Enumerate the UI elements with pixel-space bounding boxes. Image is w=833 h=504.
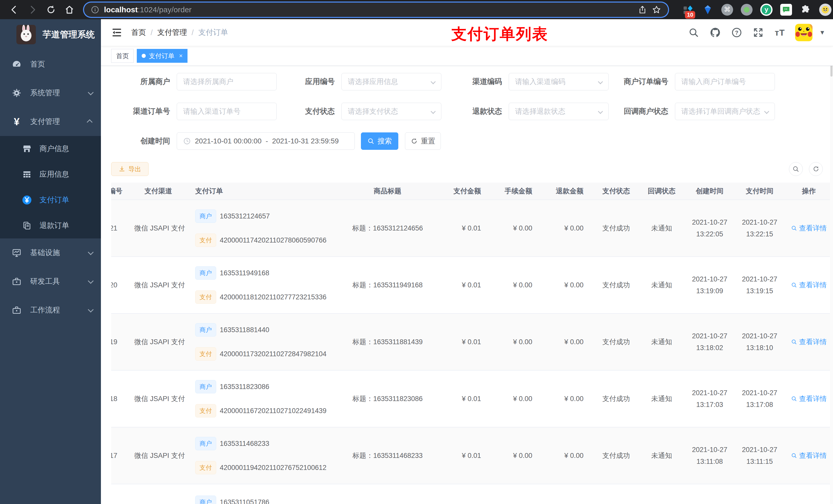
forward-icon[interactable] (25, 2, 41, 18)
reset-button[interactable]: 重置 (405, 133, 441, 150)
share-icon[interactable] (638, 5, 647, 14)
dashboard-icon (11, 59, 23, 69)
breadcrumb-home[interactable]: 首页 (131, 27, 146, 38)
fee-amount: ¥ 0.00 (491, 370, 543, 427)
search-icon[interactable] (688, 26, 700, 39)
refresh-table-button[interactable] (809, 162, 823, 176)
briefcase-icon (11, 305, 23, 315)
sidebar-item-app-info[interactable]: 应用信息 (0, 162, 101, 187)
view-detail-link[interactable]: 查看详情 (791, 337, 827, 346)
fee-amount: ¥ 0.00 (491, 257, 543, 313)
merchant-tag: 商户 (195, 266, 216, 280)
tab-pay-order[interactable]: 支付订单 × (137, 49, 188, 63)
home-icon[interactable] (62, 2, 77, 18)
pay-tag: 支付 (195, 347, 216, 361)
pay-tag: 支付 (195, 461, 216, 474)
help-icon[interactable]: ? (731, 26, 743, 39)
chevron-down-icon (88, 249, 94, 255)
search-button[interactable]: 搜索 (361, 133, 398, 150)
filter-row-3: 创建时间 2021-10-01 00:00:00 - 2021-10-31 23… (111, 133, 833, 150)
refund-status-select[interactable]: 请选择退款状态 (509, 103, 609, 120)
merchant-order-no-label: 商户订单编号 (609, 77, 668, 87)
app-logo[interactable]: 芋道管理系统 (0, 19, 101, 50)
site-info-icon[interactable] (91, 5, 99, 14)
magnifier-icon (791, 282, 797, 288)
github-icon[interactable] (709, 26, 721, 39)
profile-avatar-icon[interactable] (819, 4, 831, 16)
reload-icon[interactable] (43, 2, 59, 18)
y-extension-icon[interactable]: y (760, 4, 772, 16)
puzzle-extensions-icon[interactable] (800, 4, 811, 16)
bookmark-star-icon[interactable] (652, 5, 661, 15)
table-row: 18 微信 JSAPI 支付 商户1635311823086 支付4200001… (111, 370, 833, 427)
search-icon (367, 138, 375, 145)
merchant-order-no-input[interactable] (675, 73, 775, 90)
user-avatar[interactable] (795, 24, 812, 41)
merchant-order-no: 1635311881440 (220, 326, 269, 334)
merchant-input[interactable] (177, 73, 277, 90)
refund-amount: ¥ 0.00 (543, 200, 594, 257)
app-no-select[interactable]: 请选择应用信息 (341, 73, 441, 90)
sidebar-item-system[interactable]: 系统管理 (0, 79, 101, 107)
view-detail-link[interactable]: 查看详情 (791, 451, 827, 460)
extension-pinned-icon[interactable]: 10 (682, 4, 694, 16)
sidebar-item-merchant-info[interactable]: 商户信息 (0, 136, 101, 162)
chat-extension-icon[interactable] (780, 4, 792, 16)
chevron-down-icon (598, 109, 603, 114)
sketch-extension-icon[interactable] (702, 4, 714, 16)
magnifier-icon (791, 339, 797, 345)
caret-down-icon[interactable]: ▼ (819, 29, 825, 36)
refresh-icon (411, 138, 418, 145)
fullscreen-icon[interactable] (752, 26, 764, 39)
sidebar-item-pay[interactable]: ¥ 支付管理 (0, 107, 101, 136)
svg-text:?: ? (735, 29, 738, 36)
col-fee: 手续金额 (491, 183, 543, 200)
merchant-order-no: 1635311051786 (220, 498, 269, 504)
tab-home[interactable]: 首页 (111, 49, 134, 63)
order-id: 19 (111, 338, 117, 346)
view-detail-link[interactable]: 查看详情 (791, 394, 827, 403)
sidebar-item-refund-order[interactable]: 退款订单 (0, 213, 101, 238)
chevron-down-icon (431, 79, 436, 84)
table-row: 20 微信 JSAPI 支付 商户1635311949168 支付4200001… (111, 257, 833, 313)
sidebar-item-devtools[interactable]: 研发工具 (0, 267, 101, 296)
command-extension-icon[interactable]: ⌘ (721, 4, 733, 16)
view-detail-link[interactable]: 查看详情 (791, 281, 827, 290)
callback-status-select[interactable]: 请选择订单回调商户状态 (675, 103, 775, 120)
magnifier-icon (791, 453, 797, 459)
col-pay-order: 支付订单 (189, 183, 332, 200)
pay-status-label: 支付状态 (277, 106, 335, 117)
url-bar[interactable]: localhost:1024/pay/order (84, 3, 668, 17)
app-no-label: 应用编号 (277, 77, 335, 87)
export-button[interactable]: 导出 (111, 162, 148, 176)
filter-row-1: 所属商户 应用编号 请选择应用信息 渠道编码 请输入渠道编码 商户订单编号 (111, 73, 833, 90)
dot-extension-icon[interactable] (741, 4, 753, 16)
col-create-time: 创建时间 (685, 183, 735, 200)
sidebar-item-infra[interactable]: 基础设施 (0, 238, 101, 267)
breadcrumb-pay[interactable]: 支付管理 (157, 27, 187, 38)
sidebar-item-pay-order[interactable]: 支付订单 (0, 187, 101, 213)
chevron-down-icon (598, 79, 603, 84)
shop-icon (21, 144, 33, 154)
sidebar-item-home[interactable]: 首页 (0, 50, 101, 79)
view-detail-link[interactable]: 查看详情 (791, 223, 827, 233)
page-scrollbar[interactable] (830, 19, 833, 504)
font-size-icon[interactable]: тT (774, 26, 786, 39)
fee-amount: ¥ 0.00 (491, 427, 543, 484)
pay-amount: ¥ 0.01 (443, 313, 491, 370)
channel-order-no-input[interactable] (177, 103, 277, 120)
close-icon[interactable]: × (179, 52, 183, 59)
range-start: 2021-10-01 00:00:00 (195, 137, 262, 145)
sidebar-item-workflow[interactable]: 工作流程 (0, 296, 101, 325)
notify-status: 未通知 (639, 427, 685, 484)
create-time-range-picker[interactable]: 2021-10-01 00:00:00 - 2021-10-31 23:59:5… (177, 133, 355, 150)
notify-status: 未通知 (639, 200, 685, 257)
table-row: 21 微信 JSAPI 支付 商户1635312124657 支付4200001… (111, 200, 833, 257)
pay-tag: 支付 (195, 404, 216, 417)
back-icon[interactable] (6, 2, 22, 18)
toggle-search-button[interactable] (789, 162, 803, 176)
pay-status-select[interactable]: 请选择支付状态 (341, 103, 441, 120)
sidebar-collapse-icon[interactable] (111, 27, 122, 38)
channel-code-select[interactable]: 请输入渠道编码 (509, 73, 609, 90)
table-header-row: 编号 支付渠道 支付订单 商品标题 支付金额 手续金额 退款金额 支付状态 回调… (111, 183, 833, 200)
